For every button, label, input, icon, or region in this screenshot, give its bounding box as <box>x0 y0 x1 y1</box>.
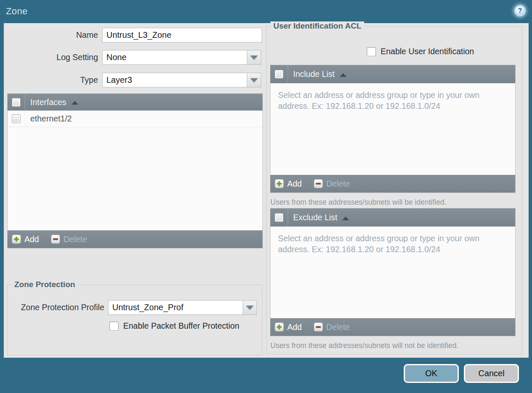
zone-protection-profile-input[interactable] <box>108 300 243 315</box>
name-label: Name <box>4 28 98 42</box>
exclude-list-header: Exclude List <box>270 208 515 227</box>
exclude-list-table: Exclude List Select an address or addres… <box>270 208 516 336</box>
delete-icon <box>51 235 60 244</box>
chevron-down-icon <box>246 306 254 310</box>
include-list-footer: Add Delete <box>270 175 515 193</box>
user-identification-acl-legend: User Identification ACL <box>270 21 364 31</box>
type-dropdown-button[interactable] <box>247 73 261 87</box>
interfaces-column-header[interactable]: Interfaces <box>25 94 78 111</box>
include-select-all-checkbox[interactable] <box>275 70 283 79</box>
interfaces-select-all-checkbox[interactable] <box>12 98 21 107</box>
add-label: Add <box>24 235 39 244</box>
packet-buffer-protection-checkbox[interactable] <box>109 322 119 331</box>
interfaces-column-label: Interfaces <box>30 98 66 107</box>
dialog-titlebar: Zone ? <box>0 0 532 23</box>
exclude-list-note: Users from these addresses/subnets will … <box>270 341 458 350</box>
dialog-title: Zone <box>6 6 28 17</box>
add-label: Add <box>287 322 302 332</box>
zone-protection-legend: Zone Protection <box>11 280 78 289</box>
zone-protection-profile-label: Zone Protection Profile <box>8 300 104 315</box>
include-list-note: Users from these addresses/subnets will … <box>270 198 446 207</box>
include-list-column-header[interactable]: Include List <box>288 65 347 83</box>
zone-protection-profile-dropdown-button[interactable] <box>243 300 257 315</box>
exclude-list-footer: Add Delete <box>270 318 515 336</box>
zone-protection-section: Zone Protection Zone Protection Profile … <box>7 285 262 355</box>
interfaces-table: Interfaces ethernet1/2 Add <box>7 93 263 248</box>
interfaces-add-button[interactable]: Add <box>12 235 39 244</box>
exclude-add-button[interactable]: Add <box>275 322 302 332</box>
include-select-all-cell <box>270 65 288 83</box>
add-icon <box>275 179 284 188</box>
name-input[interactable] <box>102 28 262 42</box>
include-list-table: Include List Select an address or addres… <box>270 65 516 193</box>
sort-ascending-icon <box>71 101 78 105</box>
interfaces-table-header: Interfaces <box>8 94 262 111</box>
packet-buffer-protection-row: Enable Packet Buffer Protection <box>109 321 239 331</box>
add-icon <box>275 322 284 332</box>
chevron-down-icon <box>250 55 258 60</box>
exclude-list-column-header[interactable]: Exclude List <box>288 208 349 227</box>
enable-user-identification-checkbox[interactable] <box>367 47 376 56</box>
add-icon <box>12 235 21 244</box>
delete-label: Delete <box>326 179 350 189</box>
include-list-placeholder: Select an address or address group or ty… <box>270 83 506 118</box>
interfaces-select-all-cell <box>8 94 25 111</box>
include-delete-button[interactable]: Delete <box>314 179 350 189</box>
enable-user-identification-row: Enable User Identification <box>367 47 474 56</box>
add-label: Add <box>287 179 302 189</box>
question-mark-glyph: ? <box>518 8 522 14</box>
cancel-button[interactable]: Cancel <box>464 364 519 383</box>
row-checkbox[interactable] <box>12 114 21 123</box>
delete-label: Delete <box>64 235 87 244</box>
exclude-select-all-cell <box>270 208 288 227</box>
delete-label: Delete <box>326 322 350 332</box>
include-list-column-label: Include List <box>293 69 335 79</box>
chevron-down-icon <box>250 78 258 82</box>
interfaces-table-body: ethernet1/2 <box>8 111 262 230</box>
interface-name: ethernet1/2 <box>25 114 72 124</box>
interfaces-delete-button[interactable]: Delete <box>51 235 87 244</box>
exclude-delete-button[interactable]: Delete <box>314 322 350 332</box>
exclude-list-body[interactable]: Select an address or address group or ty… <box>270 227 515 318</box>
dialog-body: Name Log Setting Type <box>4 23 529 358</box>
packet-buffer-protection-label: Enable Packet Buffer Protection <box>123 321 239 331</box>
include-list-body[interactable]: Select an address or address group or ty… <box>270 83 515 175</box>
user-identification-acl-section: User Identification ACL Enable User Iden… <box>266 26 522 354</box>
delete-icon <box>314 322 323 332</box>
exclude-list-placeholder: Select an address or address group or ty… <box>270 227 506 261</box>
sort-ascending-icon <box>342 216 349 220</box>
include-list-header: Include List <box>270 65 515 83</box>
sort-ascending-icon <box>340 73 347 77</box>
row-checkbox-cell <box>8 111 25 127</box>
interfaces-table-footer: Add Delete <box>8 230 262 248</box>
log-setting-dropdown-button[interactable] <box>247 50 261 65</box>
ok-button[interactable]: OK <box>404 364 459 383</box>
exclude-list-column-label: Exclude List <box>293 213 337 222</box>
log-setting-label: Log Setting <box>4 50 98 65</box>
exclude-select-all-checkbox[interactable] <box>275 213 283 222</box>
delete-icon <box>314 179 323 188</box>
help-icon[interactable]: ? <box>514 5 526 16</box>
type-label: Type <box>4 73 98 87</box>
log-setting-input[interactable] <box>102 50 247 65</box>
include-add-button[interactable]: Add <box>275 179 302 189</box>
type-input[interactable] <box>102 73 247 87</box>
enable-user-identification-label: Enable User Identification <box>381 47 474 56</box>
table-row[interactable]: ethernet1/2 <box>8 111 262 127</box>
